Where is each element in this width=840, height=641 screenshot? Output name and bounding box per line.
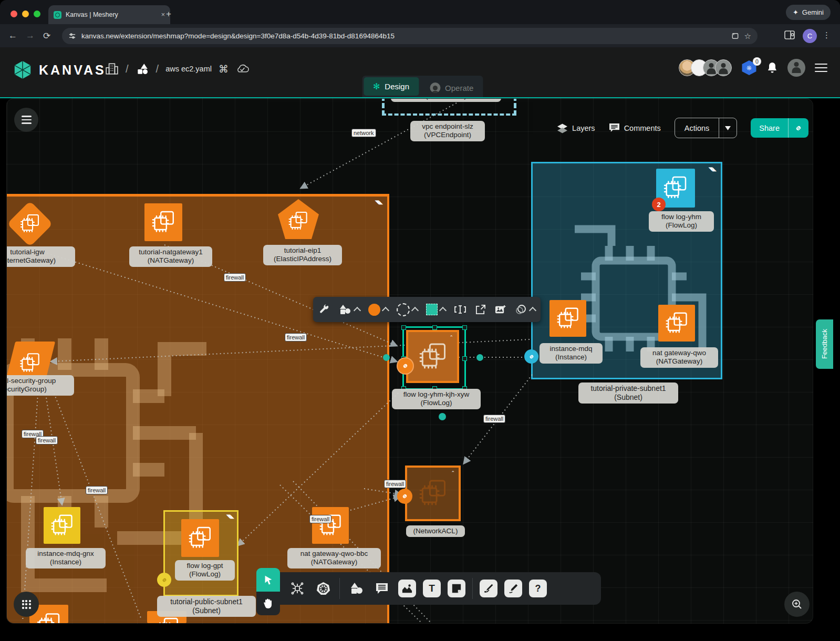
node-instance-mdq[interactable] — [549, 300, 586, 337]
image-tool-button[interactable] — [398, 580, 416, 597]
comment-tool-button[interactable] — [372, 579, 391, 598]
collaborator-avatar[interactable] — [715, 59, 732, 76]
node-network-acl[interactable]: ⌃ — [405, 466, 461, 521]
link-badge[interactable] — [397, 357, 414, 375]
edge-label-network[interactable]: network — [351, 129, 376, 137]
open-source-tool-button[interactable] — [475, 304, 486, 315]
group-tool-button[interactable] — [515, 304, 535, 315]
node-nat-gateway-1[interactable] — [144, 203, 182, 241]
kubernetes-tool-button[interactable] — [314, 579, 333, 598]
back-icon[interactable]: ← — [8, 30, 17, 41]
node-flowlog-kjh-selection[interactable] — [402, 326, 466, 390]
edge-endpoint-dot[interactable] — [383, 354, 390, 361]
actions-dropdown-icon[interactable] — [719, 118, 737, 138]
collaborator-avatars[interactable] — [683, 59, 732, 76]
edge-label-firewall[interactable]: firewall — [483, 415, 505, 423]
browser-tab[interactable]: Kanvas | Meshery × — [48, 5, 170, 24]
node-flowlog-gpt[interactable] — [181, 519, 219, 557]
comments-button[interactable]: Comments — [609, 123, 661, 133]
edge-label-firewall[interactable]: firewall — [86, 486, 108, 494]
node-label-natgw-qwo[interactable]: nat gateway-qwo(NATGateway) — [640, 347, 718, 368]
minimize-window-button[interactable] — [22, 11, 29, 17]
border-style-tool-button[interactable] — [397, 303, 418, 316]
bookmark-star-icon[interactable]: ☆ — [744, 32, 751, 41]
node-nat-gateway-bbc[interactable] — [312, 507, 349, 544]
link-badge[interactable] — [397, 489, 412, 504]
text-tool-button[interactable]: T — [423, 580, 441, 597]
edge-label-firewall[interactable]: firewall — [224, 273, 246, 282]
gemini-button[interactable]: ✦ Gemini — [786, 5, 831, 20]
edge-label-firewall[interactable]: firewall — [285, 333, 307, 342]
close-tab-icon[interactable]: × — [161, 11, 165, 18]
design-canvas[interactable]: ◥◣ ◥◣ — [6, 98, 813, 624]
node-label-vpcendpoint[interactable]: vpc endpoint-slz(VPCEndpoint) — [410, 121, 485, 141]
node-nat-gateway-qwo[interactable] — [658, 305, 695, 342]
node-label-natgw1[interactable]: tutorial-natgateway1(NATGateway) — [129, 246, 212, 267]
feedback-tab[interactable]: Feedback — [816, 319, 833, 369]
chrome-profile-avatar[interactable]: C — [803, 29, 817, 43]
design-filename[interactable]: aws ec2.yaml — [165, 65, 212, 73]
node-label-flowlog-kjh[interactable]: flow log-yhm-kjh-xyw(FlowLog) — [392, 389, 481, 409]
edge-endpoint-dot[interactable] — [439, 413, 446, 420]
freehand-draw-tool-button[interactable] — [504, 580, 522, 597]
copy-link-icon[interactable] — [788, 118, 808, 138]
node-label-instance-gnx[interactable]: instance-mdq-gnx(Instance) — [26, 548, 106, 568]
rename-tool-button[interactable] — [454, 305, 466, 314]
tab-design[interactable]: ✻ Design — [364, 77, 419, 96]
shapes-tool-button[interactable] — [338, 304, 360, 315]
notifications-bell-icon[interactable] — [766, 61, 778, 74]
shapes-tool-button[interactable] — [347, 579, 366, 598]
reload-icon[interactable]: ⟳ — [43, 30, 50, 42]
layers-button[interactable]: Layers — [557, 123, 595, 133]
node-label-eip1[interactable]: tutorial-eip1(ElasticIPAddress) — [263, 245, 342, 265]
forward-icon[interactable]: → — [26, 30, 35, 41]
edge-label-firewall[interactable]: firewall — [36, 436, 58, 444]
note-tool-button[interactable] — [448, 580, 465, 597]
share-button[interactable]: Share — [751, 118, 808, 138]
maximize-window-button[interactable] — [34, 11, 40, 17]
node-label-private-subnet[interactable]: tutorial-private-subnet1(Subnet) — [578, 382, 678, 404]
new-tab-button[interactable]: + — [166, 9, 171, 18]
node-label-flowlog-gpt[interactable]: flow log-gpt(FlowLog) — [175, 560, 235, 581]
edge-draw-tool-button[interactable] — [480, 580, 497, 597]
command-shortcut-icon[interactable]: ⌘ — [219, 63, 229, 75]
app-menu-icon[interactable] — [815, 61, 827, 75]
url-bar[interactable]: kanvas.new/extension/meshmap?mode=design… — [62, 28, 758, 44]
link-badge[interactable] — [524, 349, 538, 364]
apps-grid-button[interactable] — [14, 592, 39, 617]
fill-style-tool-button[interactable] — [426, 304, 445, 315]
chrome-menu-icon[interactable]: ⋮ — [823, 30, 831, 40]
close-window-button[interactable] — [11, 11, 17, 17]
components-tool-button[interactable] — [288, 579, 307, 598]
node-label-networkacl[interactable]: (NetworkACL) — [406, 525, 465, 537]
node-label-instance-mdq[interactable]: instance-mdq(Instance) — [540, 343, 603, 364]
save-image-tool-button[interactable] — [494, 304, 506, 315]
configure-tool-button[interactable] — [318, 304, 330, 315]
kubernetes-context-button[interactable]: ⎈ 0 — [741, 60, 757, 75]
link-badge[interactable] — [157, 573, 171, 587]
node-instance-gnx[interactable] — [44, 507, 80, 544]
help-tool-button[interactable]: ? — [529, 580, 547, 597]
actions-button[interactable]: Actions — [675, 118, 738, 138]
count-badge[interactable]: 2 — [652, 198, 666, 211]
site-settings-icon[interactable] — [68, 32, 76, 40]
node-label-natgw-bbc[interactable]: nat gateway-qwo-bbc(NATGateway) — [287, 548, 381, 568]
edge-endpoint-dot[interactable] — [476, 354, 483, 361]
zoom-search-button[interactable] — [784, 592, 810, 617]
color-tool-button[interactable] — [368, 304, 388, 316]
node-internet-gateway[interactable] — [8, 202, 52, 246]
node-label-flowlog-yhm[interactable]: flow log-yhm(FlowLog) — [649, 211, 714, 232]
edge-label-firewall[interactable]: firewall — [309, 515, 331, 523]
tab-operate[interactable]: Operate — [420, 78, 483, 97]
collapse-icon[interactable]: ◥◣ — [709, 167, 717, 172]
user-profile-avatar[interactable] — [787, 59, 805, 77]
edge-label-firewall[interactable]: firewall — [384, 480, 406, 488]
designs-icon[interactable] — [136, 62, 149, 76]
collapse-icon[interactable]: ◥◣ — [226, 514, 234, 519]
save-icon[interactable] — [731, 32, 739, 40]
canvas-menu-button[interactable] — [14, 108, 38, 132]
select-tool-button[interactable] — [256, 568, 280, 592]
expand-icon[interactable]: ⌃ — [451, 470, 455, 475]
organization-icon[interactable] — [105, 62, 119, 76]
node-label-igw[interactable]: tutorial-igw(InternetGateway) — [6, 246, 75, 267]
